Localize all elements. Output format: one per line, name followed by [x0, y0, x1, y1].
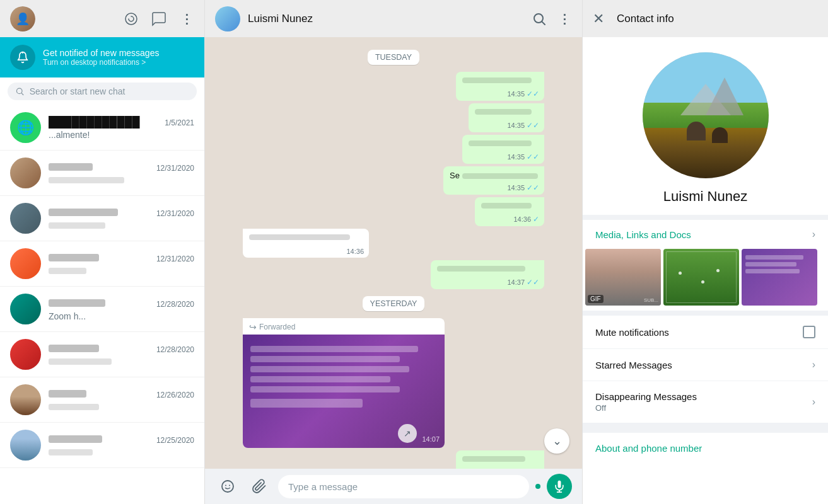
avatar — [10, 203, 41, 234]
notification-bar[interactable]: Get notified of new messages Turn on des… — [0, 37, 204, 77]
new-chat-icon[interactable] — [151, 11, 166, 26]
chat-name: ████████████ — [49, 116, 140, 129]
message-bubble: 14:35 ✓✓ — [456, 72, 544, 101]
scroll-down-button[interactable]: ⌄ — [544, 428, 569, 454]
media-thumbnails: GIF SUB... — [583, 249, 828, 311]
list-item[interactable]: 12/31/2020 — [0, 151, 204, 196]
svg-point-3 — [534, 14, 543, 23]
search-chat-icon[interactable] — [532, 11, 547, 26]
media-thumb-2[interactable] — [663, 249, 739, 306]
msg-row: Se 14:35 ✓✓ — [243, 166, 544, 195]
forwarded-label: ↪ Forwarded — [243, 318, 445, 332]
disappearing-messages-row[interactable]: Disappearing Messages Off › — [583, 381, 828, 428]
avatar — [10, 294, 41, 324]
msg-row: 14:35 ✓✓ — [243, 135, 544, 164]
message-input[interactable] — [278, 475, 529, 498]
svg-point-2 — [16, 88, 22, 94]
message-time: 14:35 ✓✓ — [507, 121, 539, 130]
close-button[interactable]: ✕ — [593, 11, 604, 27]
search-input[interactable] — [30, 86, 189, 96]
date-badge: TUESDAY — [368, 50, 419, 65]
share-button[interactable]: ↗ — [398, 424, 417, 443]
media-thumb-1[interactable]: GIF SUB... — [585, 249, 661, 306]
emoji-button[interactable] — [215, 474, 240, 499]
mute-notifications-row[interactable]: Mute notifications — [583, 316, 828, 349]
starred-label: Starred Messages — [595, 360, 672, 370]
mute-label: Mute notifications — [595, 327, 669, 338]
messages-area: TUESDAY 14:35 ✓✓ 14:35 ✓✓ 14:35 ✓✓ Se — [205, 37, 582, 469]
chat-name — [49, 388, 86, 401]
media-content[interactable]: 14:07 ↗ — [243, 335, 445, 448]
list-item[interactable]: 12/31/2020 — [0, 196, 204, 241]
avatar — [10, 339, 41, 370]
avatar — [10, 384, 41, 415]
sidebar: 👤 ⋮ Get notified of new messages Turn on… — [0, 0, 205, 504]
chat-date: 12/28/2020 — [156, 300, 194, 309]
list-item[interactable]: 🌐 ████████████ 1/5/2021 ...almente! — [0, 105, 204, 151]
chat-menu-icon[interactable]: ⋮ — [557, 11, 572, 26]
mute-checkbox[interactable] — [803, 326, 815, 338]
search-icon — [15, 86, 25, 96]
media-thumb-3[interactable] — [742, 249, 817, 306]
chevron-right-icon: › — [812, 229, 815, 240]
chat-preview — [49, 357, 194, 367]
svg-point-6 — [229, 485, 230, 486]
chat-input-bar — [205, 469, 582, 504]
msg-row: 18:40 ✓✓ — [243, 450, 544, 469]
contact-big-avatar[interactable] — [643, 52, 769, 178]
chat-info: 12/28/2020 Zoom h... — [49, 297, 194, 321]
chat-contact-name: Luismi Nunez — [248, 13, 524, 25]
contact-name: Luismi Nunez — [663, 188, 747, 205]
msg-row: ↪ Forwarded 14:07 ↗ — [243, 318, 544, 448]
starred-messages-row[interactable]: Starred Messages › — [583, 349, 828, 381]
about-section[interactable]: About and phone number — [583, 428, 828, 464]
chat-main: Luismi Nunez ⋮ TUESDAY 14:35 ✓✓ — [205, 0, 582, 504]
recording-indicator — [535, 484, 540, 489]
avatar — [10, 430, 41, 461]
media-section: Media, Links and Docs › GIF SUB... — [583, 220, 828, 316]
chat-info: 12/28/2020 — [49, 343, 194, 367]
mic-button[interactable] — [547, 474, 572, 499]
status-icon[interactable] — [124, 11, 139, 26]
message-bubble: 14:37 ✓✓ — [431, 260, 544, 289]
chat-date: 12/31/2020 — [156, 164, 194, 173]
attach-button[interactable] — [247, 474, 272, 499]
notification-arrow: > — [141, 58, 146, 67]
starred-messages-label-group: Starred Messages — [595, 360, 672, 370]
list-item[interactable]: 12/28/2020 — [0, 332, 204, 377]
chat-date: 12/25/2020 — [156, 436, 194, 445]
list-item[interactable]: 12/31/2020 — [0, 241, 204, 287]
chat-date: 12/31/2020 — [156, 209, 194, 218]
chat-date: 1/5/2021 — [165, 118, 194, 127]
notification-subtitle: Turn on desktop notifications > — [43, 58, 159, 67]
notification-title: Get notified of new messages — [43, 48, 159, 58]
starred-arrow-area: › — [812, 359, 815, 370]
disappearing-label: Disappearing Messages — [595, 391, 697, 402]
chat-preview — [49, 447, 194, 457]
chat-preview: ...almente! — [49, 130, 194, 140]
msg-row: 14:35 ✓✓ — [243, 103, 544, 132]
search-wrap[interactable] — [8, 83, 197, 100]
chat-info: 12/31/2020 — [49, 207, 194, 231]
list-item[interactable]: 12/28/2020 Zoom h... — [0, 287, 204, 332]
contact-avatar-section: Luismi Nunez — [583, 37, 828, 220]
contact-avatar[interactable] — [215, 6, 240, 32]
msg-row: 14:36 — [243, 229, 544, 258]
media-links-docs-button[interactable]: Media, Links and Docs › — [583, 220, 828, 249]
chat-name — [49, 297, 105, 310]
user-avatar[interactable]: 👤 — [10, 6, 35, 32]
chat-info: ████████████ 1/5/2021 ...almente! — [49, 116, 194, 140]
date-divider-tuesday: TUESDAY — [243, 50, 544, 65]
sidebar-icon-group: ⋮ — [124, 11, 194, 26]
list-item[interactable]: 12/25/2020 — [0, 423, 204, 468]
list-item[interactable]: 12/26/2020 — [0, 377, 204, 423]
about-label[interactable]: About and phone number — [595, 443, 702, 454]
chat-name — [49, 343, 99, 355]
chat-name — [49, 252, 99, 265]
message-bubble: Se 14:35 ✓✓ — [443, 166, 544, 195]
menu-icon[interactable]: ⋮ — [179, 11, 194, 26]
chat-date: 12/31/2020 — [156, 255, 194, 263]
chat-header: Luismi Nunez ⋮ — [205, 0, 582, 37]
chat-name — [49, 433, 102, 446]
message-bubble: 18:40 ✓✓ — [456, 450, 544, 469]
